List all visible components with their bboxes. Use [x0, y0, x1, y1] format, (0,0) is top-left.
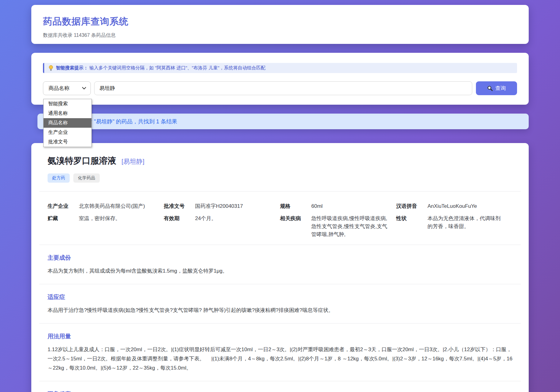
info-related-diseases: 相关疾病 急性呼吸道疾病,慢性呼吸道疾病,急性支气管炎,慢性支气管炎,支气管哮喘…: [280, 215, 396, 239]
section-body: 1.12岁以上儿童及成人：口服，一次20ml，一日2次。|(1)症状明显好转后可…: [48, 345, 512, 373]
dropdown-option-manufacturer[interactable]: 生产企业: [44, 128, 91, 137]
info-appearance: 性状 本品为无色澄清液体，代调味剂的芳香，味香甜。: [396, 215, 512, 239]
search-input[interactable]: [94, 81, 472, 95]
drug-brand-name: [易坦静]: [122, 157, 145, 166]
section-dosage: 用法用量 1.12岁以上儿童及成人：口服，一次20ml，一日2次。|(1)症状明…: [48, 324, 512, 381]
info-label: 规格: [280, 202, 311, 210]
info-value: 北京韩美药品有限公司(国产): [79, 202, 145, 210]
info-value: AnXiuTeLuoKouFuYe: [427, 202, 477, 210]
section-title: 用法用量: [48, 332, 512, 340]
drug-info-grid: 生产企业 北京韩美药品有限公司(国产) 批准文号 国药准字H20040317 规…: [48, 192, 512, 245]
dropdown-option-approval-number[interactable]: 批准文号: [44, 137, 91, 147]
lightbulb-icon: [48, 65, 53, 71]
section-body: 本品为复方制剂，其组成成份为每ml含盐酸氨溴索1.5mg，盐酸克仑特罗1μg。: [48, 266, 512, 276]
drug-name: 氨溴特罗口服溶液: [48, 155, 116, 167]
section-body: 本品用于治疗急?慢性呼吸道疾病(如急?慢性支气管炎?支气管哮喘? 肺气肿等)引起…: [48, 306, 512, 315]
info-label: 性状: [396, 215, 427, 239]
info-label: 相关疾病: [280, 215, 311, 239]
info-value: 60ml: [311, 202, 323, 210]
section-adverse-reactions: 不良反应 1.精神神经系统：偶见头痛手颤嗜睡不安头晕失眠四肢麻木等。|2.循环系…: [48, 381, 512, 392]
smart-search-tip-bar: 智能搜索提示： 输入多个关键词用空格分隔，如 "阿莫西林 进口"、"布洛芬 儿童…: [43, 63, 517, 73]
section-title: 不良反应: [48, 390, 512, 392]
info-value: 国药准字H20040317: [195, 202, 243, 210]
section-title: 主要成份: [48, 254, 512, 262]
dropdown-option-product-name[interactable]: 商品名称: [44, 118, 91, 128]
prescription-badge: 处方药: [48, 173, 70, 183]
header-card: 药品数据库查询系统 数据库共收录 114367 条药品信息: [31, 5, 529, 44]
results-bar: 商品名称 中包含 "易坦静" 的药品，共找到 1 条结果: [37, 114, 529, 129]
info-value: 24个月。: [195, 215, 217, 239]
info-pinyin: 汉语拼音 AnXiuTeLuoKouFuYe: [396, 202, 512, 210]
dropdown-option-generic-name[interactable]: 通用名称: [44, 109, 91, 118]
search-row: 商品名称 智能搜索 通用名称 商品名称 生产企业 批准文号: [43, 81, 517, 95]
info-manufacturer: 生产企业 北京韩美药品有限公司(国产): [48, 202, 164, 210]
info-label: 生产企业: [48, 202, 79, 210]
page-title: 药品数据库查询系统: [43, 15, 517, 28]
database-count-subtitle: 数据库共收录 114367 条药品信息: [43, 32, 517, 39]
info-storage: 贮藏 室温，密封保存。: [48, 215, 164, 239]
section-title: 适应症: [48, 293, 512, 301]
info-specification: 规格 60ml: [280, 202, 396, 210]
info-value: 本品为无色澄清液体，代调味剂的芳香，味香甜。: [427, 215, 506, 239]
search-card: 智能搜索提示： 输入多个关键词用空格分隔，如 "阿莫西林 进口"、"布洛芬 儿童…: [31, 53, 529, 105]
drug-detail-card: 氨溴特罗口服溶液 [易坦静] 处方药 化学药品 生产企业 北京韩美药品有限公司(…: [31, 143, 529, 392]
search-button[interactable]: 查询: [476, 81, 517, 95]
info-label: 有效期: [164, 215, 195, 239]
info-value: 室温，密封保存。: [79, 215, 121, 239]
chevron-down-icon: [82, 87, 86, 90]
dropdown-option-smart-search[interactable]: 智能搜索: [44, 99, 91, 109]
search-button-label: 查询: [495, 85, 506, 92]
tip-label: 智能搜索提示：: [56, 65, 88, 71]
magnifier-icon: [487, 86, 493, 91]
info-label: 批准文号: [164, 202, 195, 210]
info-value: 急性呼吸道疾病,慢性呼吸道疾病,急性支气管炎,慢性支气管炎,支气管哮喘,肺气肿,: [311, 215, 390, 239]
info-label: 贮藏: [48, 215, 79, 239]
info-approval-number: 批准文号 国药准字H20040317: [164, 202, 280, 210]
drug-title-row: 氨溴特罗口服溶液 [易坦静]: [48, 155, 512, 167]
search-field-select[interactable]: 商品名称 智能搜索 通用名称 商品名称 生产企业 批准文号: [43, 81, 91, 95]
tip-text: 输入多个关键词用空格分隔，如 "阿莫西林 进口"、"布洛芬 儿童"，系统将自动组…: [89, 65, 265, 71]
search-field-dropdown: 智能搜索 通用名称 商品名称 生产企业 批准文号: [43, 99, 92, 147]
info-label: 汉语拼音: [396, 202, 427, 210]
section-main-ingredients: 主要成份 本品为复方制剂，其组成成份为每ml含盐酸氨溴索1.5mg，盐酸克仑特罗…: [48, 245, 512, 284]
search-field-selected-value: 商品名称: [48, 85, 69, 92]
section-indications: 适应症 本品用于治疗急?慢性呼吸道疾病(如急?慢性支气管炎?支气管哮喘? 肺气肿…: [48, 284, 512, 323]
badge-row: 处方药 化学药品: [48, 173, 512, 183]
info-shelf-life: 有效期 24个月。: [164, 215, 280, 239]
chemical-drug-badge: 化学药品: [73, 173, 100, 183]
page-container: 药品数据库查询系统 数据库共收录 114367 条药品信息 智能搜索提示： 输入…: [31, 5, 529, 392]
